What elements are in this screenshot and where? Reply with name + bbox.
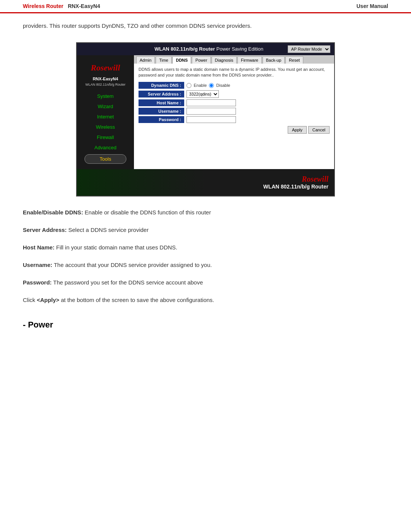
descriptions-section: Enable/Disable DDNS: Enable or disable t… bbox=[23, 208, 388, 305]
click-note: Click <Apply> at the bottom of the scree… bbox=[23, 296, 388, 305]
router-body: Rosewill RNX-EasyN4 WLAN 802.11n/b/g Rou… bbox=[77, 55, 334, 169]
router-title-suffix: Power Saving Edition bbox=[216, 46, 263, 52]
label-password: Password : bbox=[139, 116, 184, 123]
input-password[interactable] bbox=[186, 116, 236, 123]
router-right-panel: Admin Time DDNS Power Diagnosis Firmware… bbox=[134, 55, 334, 169]
tab-admin[interactable]: Admin bbox=[136, 56, 155, 64]
detail-enable-disable: Enable or disable the DDNS function of t… bbox=[85, 209, 211, 216]
router-topnav: Admin Time DDNS Power Diagnosis Firmware… bbox=[134, 55, 334, 64]
tab-firmware[interactable]: Firmware bbox=[237, 56, 262, 64]
label-dynamic-dns: Dynamic DNS : bbox=[139, 82, 184, 89]
value-dynamic-dns: Enable Disable bbox=[186, 83, 230, 88]
form-row-password: Password : bbox=[139, 116, 330, 123]
ddns-form: Dynamic DNS : Enable Disable Server Addr… bbox=[139, 82, 330, 134]
desc-enable-disable: Enable/Disable DDNS: Enable or disable t… bbox=[23, 208, 388, 217]
mode-select-wrapper[interactable]: AP Router Mode bbox=[288, 45, 330, 53]
mode-select[interactable]: AP Router Mode bbox=[288, 45, 330, 53]
term-username: Username: bbox=[23, 262, 53, 268]
click-apply-text: <Apply> bbox=[37, 297, 59, 303]
radio-disable-label: Disable bbox=[216, 83, 230, 88]
ddns-description: DDNS allows users to map a static domain… bbox=[139, 67, 330, 78]
sidebar-item-system[interactable]: System bbox=[77, 91, 134, 101]
sidebar-item-tools[interactable]: Tools bbox=[84, 154, 126, 164]
apply-button[interactable]: Apply bbox=[288, 126, 307, 134]
tab-power[interactable]: Power bbox=[192, 56, 210, 64]
detail-server-address: Select a DDNS service provider bbox=[68, 227, 149, 233]
value-password bbox=[186, 116, 236, 123]
tab-reset[interactable]: Reset bbox=[285, 56, 303, 64]
detail-host-name: Fill in your static domain name that use… bbox=[56, 244, 177, 251]
header-manual: User Manual bbox=[357, 3, 388, 9]
footer-text: Rosewill WLAN 802.11n/b/g Router bbox=[263, 175, 328, 190]
main-content: providers. This router supports DynDNS, … bbox=[0, 21, 411, 330]
term-enable-disable: Enable/Disable DDNS: bbox=[23, 209, 83, 216]
value-host-name bbox=[186, 99, 236, 106]
term-password: Password: bbox=[23, 279, 52, 286]
desc-password: Password: The password you set for the D… bbox=[23, 278, 388, 287]
radio-group-dns: Enable Disable bbox=[186, 83, 230, 88]
term-server-address: Server Address: bbox=[23, 227, 67, 233]
sidebar-logo: Rosewill bbox=[77, 59, 134, 77]
router-title-main: WLAN 802.11n/b/g Router bbox=[155, 46, 215, 52]
form-row-server-address: Server Address : 3322(qdins) bbox=[139, 90, 330, 98]
cancel-button[interactable]: Cancel bbox=[308, 126, 330, 134]
radio-enable[interactable] bbox=[186, 83, 191, 88]
intro-paragraph: providers. This router supports DynDNS, … bbox=[23, 21, 388, 31]
tab-diagnosis[interactable]: Diagnosis bbox=[212, 56, 237, 64]
select-server-address[interactable]: 3322(qdins) bbox=[186, 90, 219, 98]
desc-username: Username: The account that your DDNS ser… bbox=[23, 260, 388, 270]
router-content-panel: DDNS allows users to map a static domain… bbox=[134, 64, 334, 169]
tab-ddns[interactable]: DDNS bbox=[172, 56, 191, 64]
value-server-address: 3322(qdins) bbox=[186, 90, 219, 98]
label-host-name: Host Name : bbox=[139, 99, 184, 106]
footer-model: WLAN 802.11n/b/g Router bbox=[263, 184, 328, 190]
click-note-after: at the bottom of the screen to save the … bbox=[59, 297, 214, 303]
header-model: RNX-EasyN4 bbox=[68, 3, 100, 9]
label-username: Username : bbox=[139, 108, 184, 115]
radio-disable[interactable] bbox=[209, 83, 214, 88]
term-host-name: Host Name: bbox=[23, 244, 54, 251]
desc-host-name: Host Name: Fill in your static domain na… bbox=[23, 243, 388, 252]
label-server-address: Server Address : bbox=[139, 91, 184, 97]
detail-username: The account that your DDNS service provi… bbox=[54, 262, 212, 268]
detail-password: The password you set for the DDNS servic… bbox=[53, 279, 203, 286]
sidebar-model-sub: WLAN 802.11n/b/g Router bbox=[77, 83, 134, 91]
form-buttons: Apply Cancel bbox=[139, 126, 330, 134]
sidebar-item-advanced[interactable]: Advanced bbox=[77, 142, 134, 153]
page-header: Wireless Router RNX-EasyN4 User Manual bbox=[0, 0, 411, 13]
router-titlebar: WLAN 802.11n/b/g Router Power Saving Edi… bbox=[77, 43, 334, 55]
tab-time[interactable]: Time bbox=[156, 56, 172, 64]
click-note-before: Click bbox=[23, 297, 37, 303]
router-title: WLAN 802.11n/b/g Router Power Saving Edi… bbox=[130, 46, 288, 52]
form-row-dynamic-dns: Dynamic DNS : Enable Disable bbox=[139, 82, 330, 89]
desc-server-address: Server Address: Select a DDNS service pr… bbox=[23, 225, 388, 235]
header-left: Wireless Router RNX-EasyN4 bbox=[23, 3, 100, 9]
router-footer: Rosewill WLAN 802.11n/b/g Router bbox=[77, 169, 334, 196]
sidebar-item-wizard[interactable]: Wizard bbox=[77, 101, 134, 112]
footer-logo: Rosewill bbox=[263, 175, 328, 184]
form-row-host-name: Host Name : bbox=[139, 99, 330, 106]
sidebar-item-firewall[interactable]: Firewall bbox=[77, 132, 134, 142]
tab-backup[interactable]: Back-up bbox=[263, 56, 285, 64]
header-brand: Wireless Router bbox=[23, 3, 63, 9]
router-ui-screenshot: WLAN 802.11n/b/g Router Power Saving Edi… bbox=[76, 42, 335, 197]
form-row-username: Username : bbox=[139, 108, 330, 115]
sidebar-model: RNX-EasyN4 bbox=[77, 77, 134, 83]
router-sidebar: Rosewill RNX-EasyN4 WLAN 802.11n/b/g Rou… bbox=[77, 55, 134, 169]
sidebar-item-internet[interactable]: Internet bbox=[77, 112, 134, 122]
power-heading: - Power bbox=[23, 320, 388, 330]
value-username bbox=[186, 108, 236, 115]
input-host-name[interactable] bbox=[186, 99, 236, 106]
radio-enable-label: Enable bbox=[194, 83, 207, 88]
input-username[interactable] bbox=[186, 108, 236, 115]
sidebar-item-wireless[interactable]: Wireless bbox=[77, 122, 134, 132]
